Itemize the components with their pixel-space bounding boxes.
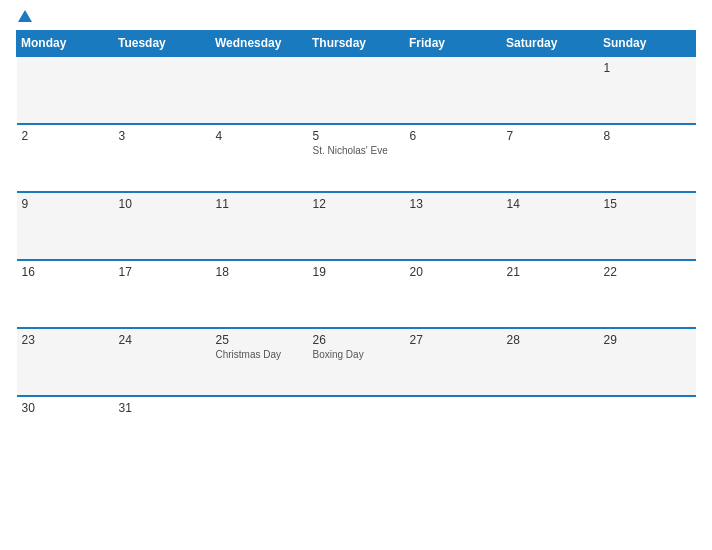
day-number: 6 <box>410 129 497 143</box>
weekday-header-sunday: Sunday <box>599 31 696 57</box>
calendar-cell: 20 <box>405 260 502 328</box>
calendar-cell: 14 <box>502 192 599 260</box>
calendar-week-row: 232425Christmas Day26Boxing Day272829 <box>17 328 696 396</box>
calendar-cell: 23 <box>17 328 114 396</box>
calendar-week-row: 1 <box>17 56 696 124</box>
calendar-cell <box>405 396 502 464</box>
day-event: St. Nicholas' Eve <box>313 145 400 156</box>
weekday-header-row: MondayTuesdayWednesdayThursdayFridaySatu… <box>17 31 696 57</box>
calendar-week-row: 2345St. Nicholas' Eve678 <box>17 124 696 192</box>
calendar-cell: 8 <box>599 124 696 192</box>
day-number: 19 <box>313 265 400 279</box>
day-number: 4 <box>216 129 303 143</box>
calendar-cell: 5St. Nicholas' Eve <box>308 124 405 192</box>
calendar-cell <box>17 56 114 124</box>
calendar-week-row: 3031 <box>17 396 696 464</box>
calendar-cell: 1 <box>599 56 696 124</box>
day-number: 8 <box>604 129 691 143</box>
day-number: 2 <box>22 129 109 143</box>
calendar-cell: 26Boxing Day <box>308 328 405 396</box>
day-number: 11 <box>216 197 303 211</box>
day-number: 26 <box>313 333 400 347</box>
day-number: 15 <box>604 197 691 211</box>
day-number: 1 <box>604 61 691 75</box>
day-number: 20 <box>410 265 497 279</box>
day-number: 12 <box>313 197 400 211</box>
calendar-cell: 24 <box>114 328 211 396</box>
calendar-cell <box>405 56 502 124</box>
day-number: 3 <box>119 129 206 143</box>
calendar-cell: 19 <box>308 260 405 328</box>
calendar-cell <box>599 396 696 464</box>
calendar-cell: 3 <box>114 124 211 192</box>
day-event: Christmas Day <box>216 349 303 360</box>
calendar-cell: 4 <box>211 124 308 192</box>
calendar-cell: 31 <box>114 396 211 464</box>
day-number: 22 <box>604 265 691 279</box>
calendar-cell: 11 <box>211 192 308 260</box>
calendar-cell: 12 <box>308 192 405 260</box>
calendar-cell: 7 <box>502 124 599 192</box>
calendar-cell <box>211 396 308 464</box>
calendar-page: MondayTuesdayWednesdayThursdayFridaySatu… <box>0 0 712 550</box>
logo-triangle-icon <box>18 10 32 22</box>
calendar-cell: 25Christmas Day <box>211 328 308 396</box>
calendar-header <box>16 10 696 22</box>
day-number: 7 <box>507 129 594 143</box>
calendar-table: MondayTuesdayWednesdayThursdayFridaySatu… <box>16 30 696 464</box>
day-number: 16 <box>22 265 109 279</box>
calendar-cell <box>114 56 211 124</box>
day-number: 27 <box>410 333 497 347</box>
calendar-cell <box>502 56 599 124</box>
calendar-cell: 2 <box>17 124 114 192</box>
day-number: 14 <box>507 197 594 211</box>
calendar-cell: 21 <box>502 260 599 328</box>
weekday-header-monday: Monday <box>17 31 114 57</box>
calendar-cell: 6 <box>405 124 502 192</box>
weekday-header-friday: Friday <box>405 31 502 57</box>
weekday-header-saturday: Saturday <box>502 31 599 57</box>
day-number: 25 <box>216 333 303 347</box>
day-number: 31 <box>119 401 206 415</box>
weekday-header-wednesday: Wednesday <box>211 31 308 57</box>
day-number: 17 <box>119 265 206 279</box>
calendar-cell: 13 <box>405 192 502 260</box>
day-number: 23 <box>22 333 109 347</box>
calendar-cell: 28 <box>502 328 599 396</box>
day-number: 24 <box>119 333 206 347</box>
calendar-cell: 9 <box>17 192 114 260</box>
calendar-cell: 29 <box>599 328 696 396</box>
day-number: 30 <box>22 401 109 415</box>
day-number: 9 <box>22 197 109 211</box>
calendar-week-row: 16171819202122 <box>17 260 696 328</box>
calendar-cell <box>502 396 599 464</box>
day-number: 5 <box>313 129 400 143</box>
day-number: 28 <box>507 333 594 347</box>
day-number: 18 <box>216 265 303 279</box>
calendar-cell: 18 <box>211 260 308 328</box>
calendar-cell <box>211 56 308 124</box>
day-number: 13 <box>410 197 497 211</box>
logo <box>16 10 32 22</box>
calendar-cell: 27 <box>405 328 502 396</box>
day-number: 21 <box>507 265 594 279</box>
calendar-cell <box>308 396 405 464</box>
calendar-cell: 30 <box>17 396 114 464</box>
day-number: 29 <box>604 333 691 347</box>
weekday-header-thursday: Thursday <box>308 31 405 57</box>
calendar-cell: 15 <box>599 192 696 260</box>
calendar-cell <box>308 56 405 124</box>
day-event: Boxing Day <box>313 349 400 360</box>
calendar-week-row: 9101112131415 <box>17 192 696 260</box>
day-number: 10 <box>119 197 206 211</box>
calendar-cell: 22 <box>599 260 696 328</box>
calendar-cell: 10 <box>114 192 211 260</box>
calendar-cell: 17 <box>114 260 211 328</box>
calendar-cell: 16 <box>17 260 114 328</box>
weekday-header-tuesday: Tuesday <box>114 31 211 57</box>
